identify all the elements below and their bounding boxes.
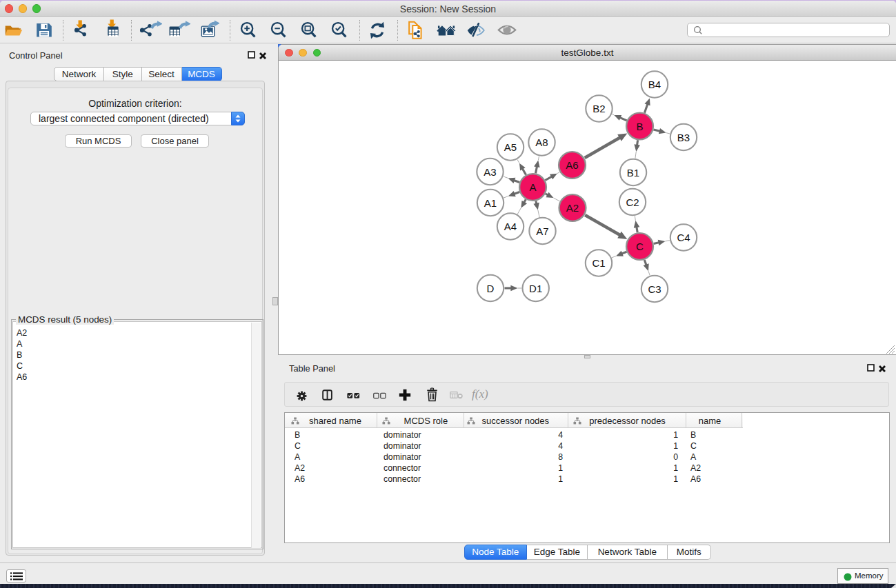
svg-text:A: A (529, 181, 536, 193)
svg-text:A2: A2 (566, 202, 578, 214)
svg-text:B4: B4 (648, 79, 660, 90)
svg-text:C: C (636, 241, 644, 252)
svg-text:A5: A5 (504, 141, 516, 153)
svg-text:D: D (486, 282, 494, 294)
svg-text:C3: C3 (648, 283, 661, 294)
svg-text:B3: B3 (677, 131, 689, 143)
svg-text:C2: C2 (626, 196, 639, 207)
svg-text:A7: A7 (536, 225, 548, 236)
svg-text:B2: B2 (593, 103, 605, 114)
svg-text:D1: D1 (529, 282, 542, 294)
svg-text:C1: C1 (592, 257, 605, 269)
svg-text:A4: A4 (504, 221, 516, 232)
svg-text:B1: B1 (626, 166, 639, 178)
svg-text:A3: A3 (484, 165, 496, 177)
svg-text:B: B (636, 120, 643, 132)
svg-text:A8: A8 (535, 136, 548, 148)
svg-text:A1: A1 (484, 196, 496, 208)
svg-text:A6: A6 (566, 159, 578, 171)
svg-text:C4: C4 (677, 232, 690, 243)
